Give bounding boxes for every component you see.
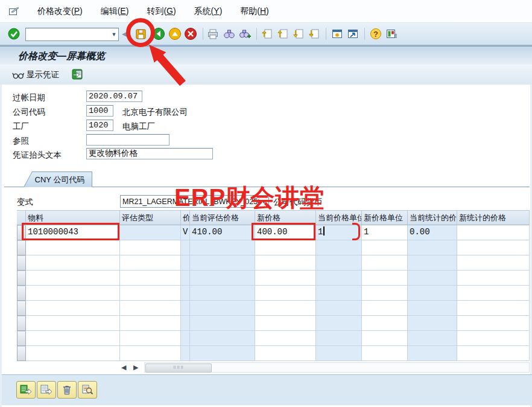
row-selector[interactable]: [17, 286, 26, 301]
cancel-icon[interactable]: [184, 27, 197, 40]
table-cell[interactable]: [120, 255, 181, 271]
find-next-icon[interactable]: [238, 27, 252, 40]
table-cell[interactable]: [26, 271, 120, 286]
save-icon[interactable]: [134, 27, 147, 40]
table-cell[interactable]: [255, 255, 316, 271]
table-cell[interactable]: [120, 301, 181, 316]
table-cell[interactable]: [255, 316, 316, 331]
exit-icon[interactable]: [168, 27, 182, 40]
table-cell[interactable]: 1: [362, 225, 408, 240]
selector-header-cell[interactable]: [17, 210, 26, 225]
row-selector[interactable]: [17, 271, 26, 286]
row-selector[interactable]: [17, 331, 26, 346]
insert-row-icon[interactable]: [16, 381, 36, 399]
display-document-icon[interactable]: [71, 68, 83, 83]
table-cell[interactable]: [26, 255, 120, 271]
table-cell[interactable]: [255, 271, 316, 286]
command-dropdown-icon[interactable]: ▼: [110, 31, 118, 37]
row-selector[interactable]: [17, 240, 26, 255]
scroll-right-icon[interactable]: ▶: [133, 364, 138, 371]
shortcut-icon[interactable]: [346, 27, 359, 40]
page-up-icon[interactable]: [276, 27, 290, 40]
table-cell[interactable]: 1010000043: [26, 225, 120, 240]
row-selector[interactable]: [17, 316, 26, 331]
horizontal-scrollbar[interactable]: ⠿⠿⠿: [144, 362, 530, 373]
row-selector[interactable]: [17, 346, 26, 361]
column-header-cell[interactable]: 新统计的价格: [457, 210, 530, 225]
details-icon[interactable]: [78, 381, 97, 399]
back-icon[interactable]: [152, 27, 165, 40]
scrollbar-thumb[interactable]: ⠿⠿⠿: [145, 364, 212, 373]
enter-icon[interactable]: [7, 27, 21, 40]
page-down-icon[interactable]: [292, 27, 305, 40]
find-icon[interactable]: [223, 27, 236, 40]
company-code-field[interactable]: 1000: [86, 105, 113, 117]
scroll-left-icon[interactable]: ◀: [121, 364, 126, 371]
table-cell[interactable]: [120, 271, 181, 286]
customize-icon[interactable]: [385, 27, 398, 40]
row-selector[interactable]: [17, 301, 26, 316]
copy-row-icon[interactable]: [37, 381, 56, 399]
table-cell[interactable]: 400.00: [255, 225, 316, 240]
menu-item-help[interactable]: 帮助(H): [240, 6, 268, 17]
table-cell[interactable]: [120, 331, 181, 346]
last-page-icon[interactable]: [308, 27, 321, 40]
row-selector[interactable]: [17, 225, 26, 240]
tab-company-code-currency[interactable]: CNY 公司代码: [24, 171, 92, 187]
command-field[interactable]: ▼: [25, 28, 119, 41]
table-cell[interactable]: [457, 301, 530, 316]
column-header-cell[interactable]: 新价格单位: [362, 210, 408, 225]
table-cell[interactable]: [26, 240, 120, 255]
help-icon[interactable]: ?: [369, 27, 382, 40]
table-cell[interactable]: [457, 240, 530, 255]
system-menu-icon[interactable]: [8, 7, 19, 16]
table-cell[interactable]: [120, 240, 181, 255]
table-cell[interactable]: [26, 316, 120, 331]
table-cell[interactable]: [362, 316, 408, 331]
table-cell[interactable]: [255, 346, 316, 361]
reference-field[interactable]: [86, 134, 169, 146]
menu-item-system[interactable]: 系统(Y): [194, 6, 223, 17]
table-cell[interactable]: [362, 255, 408, 271]
collapse-icon[interactable]: ◀: [122, 30, 127, 38]
doc-header-text-field[interactable]: 更改物料价格: [86, 148, 213, 159]
column-header-cell[interactable]: 物料: [26, 210, 120, 225]
table-cell[interactable]: [120, 346, 181, 361]
posting-date-field[interactable]: 2020.09.07: [86, 91, 142, 102]
table-cell[interactable]: [457, 271, 530, 286]
menu-item-price-change[interactable]: 价格改变(P): [37, 6, 83, 17]
table-cell[interactable]: [26, 286, 120, 301]
command-input[interactable]: [26, 30, 110, 39]
menu-item-edit[interactable]: 编辑(E): [101, 6, 129, 17]
plant-field[interactable]: 1020: [86, 120, 113, 131]
table-cell[interactable]: [362, 240, 408, 255]
table-cell[interactable]: [362, 301, 408, 316]
table-cell[interactable]: [457, 286, 530, 301]
first-page-icon[interactable]: [261, 27, 274, 40]
table-cell[interactable]: [457, 316, 530, 331]
table-cell[interactable]: [26, 331, 120, 346]
table-cell[interactable]: [120, 316, 181, 331]
table-cell[interactable]: [26, 301, 120, 316]
print-icon[interactable]: [206, 27, 220, 40]
column-header-cell[interactable]: 评估类型: [120, 210, 181, 225]
column-header-cell[interactable]: 当前统计的价格: [408, 210, 457, 225]
delete-row-icon[interactable]: [57, 381, 77, 399]
table-cell[interactable]: [362, 286, 408, 301]
table-cell[interactable]: [255, 286, 316, 301]
table-cell[interactable]: [457, 331, 530, 346]
table-cell[interactable]: [120, 286, 181, 301]
table-cell[interactable]: [26, 346, 120, 361]
table-cell[interactable]: [255, 301, 316, 316]
new-session-icon[interactable]: [331, 27, 344, 40]
table-cell[interactable]: [457, 225, 530, 240]
menu-item-goto[interactable]: 转到(G): [147, 6, 176, 17]
table-cell[interactable]: [457, 346, 530, 361]
table-cell[interactable]: [255, 331, 316, 346]
row-selector[interactable]: [17, 255, 26, 271]
table-cell[interactable]: [362, 331, 408, 346]
table-cell[interactable]: [362, 346, 408, 361]
display-document-button[interactable]: 显示凭证: [12, 69, 59, 81]
table-cell[interactable]: [362, 271, 408, 286]
table-cell[interactable]: [255, 240, 316, 255]
